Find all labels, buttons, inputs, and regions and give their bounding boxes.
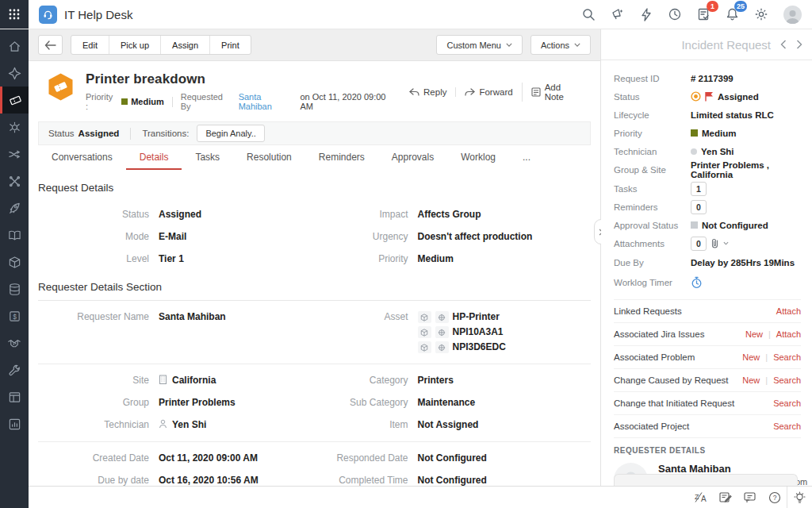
forward-label: Forward: [479, 87, 512, 97]
search-link[interactable]: Search: [773, 421, 801, 431]
settings-gear-icon[interactable]: [754, 7, 768, 21]
section-label: Linked Requests: [614, 306, 682, 316]
reply-button[interactable]: Reply: [400, 87, 455, 97]
back-arrow-icon: [44, 40, 56, 50]
feedback-icon[interactable]: [713, 487, 737, 508]
reminders-count[interactable]: 0: [691, 200, 707, 214]
tab-approvals[interactable]: Approvals: [378, 145, 447, 170]
linked-sections: Linked Requests Attach Associated Jira I…: [614, 299, 801, 437]
attachments-count[interactable]: 0: [691, 237, 707, 251]
new-link[interactable]: New: [745, 329, 763, 339]
divider: [172, 97, 173, 107]
sidebar-item-solutions[interactable]: [0, 221, 29, 248]
sidebar-item-changes[interactable]: [0, 140, 29, 167]
sidebar-item-purchase[interactable]: $: [0, 302, 29, 329]
wrench-icon: [8, 364, 21, 377]
actions-button[interactable]: Actions: [530, 35, 591, 55]
asset-cube-icon[interactable]: [418, 341, 431, 353]
suggestions-bulb-icon[interactable]: [787, 487, 812, 508]
asset-scan-icon[interactable]: [435, 311, 449, 323]
sidebar-item-cmdb[interactable]: [0, 275, 29, 302]
sidebar-item-home[interactable]: [0, 33, 29, 60]
note-icon: [531, 87, 541, 97]
sidebar-item-dashboard[interactable]: [0, 60, 29, 87]
asset-item: NPI3D6EDC: [418, 341, 506, 353]
helpdesk-logo-icon[interactable]: [39, 6, 57, 24]
asset-scan-icon[interactable]: [435, 326, 449, 338]
tab-details[interactable]: Details: [126, 145, 182, 170]
tasks-count[interactable]: 1: [691, 182, 707, 196]
next-request-button[interactable]: [796, 40, 802, 49]
chat-icon[interactable]: [737, 487, 762, 508]
app-launcher-button[interactable]: [0, 0, 29, 29]
asset-name: NPI10A3A1: [453, 326, 504, 338]
tasks-icon[interactable]: 1: [697, 7, 710, 21]
paperclip-icon[interactable]: [710, 238, 719, 248]
tab-tasks[interactable]: Tasks: [182, 145, 233, 170]
add-note-button[interactable]: Add Note: [522, 83, 591, 102]
status-strip: Status Assigned Transitions: Begin Analy…: [38, 121, 591, 145]
sidebar-item-admin[interactable]: [0, 356, 29, 383]
attach-link[interactable]: Attach: [776, 306, 801, 316]
chevron-down-icon: [574, 43, 580, 47]
tab-resolution[interactable]: Resolution: [233, 145, 305, 170]
prev-request-button[interactable]: [780, 40, 787, 49]
search-link[interactable]: Search: [773, 375, 801, 385]
print-button[interactable]: Print: [210, 36, 251, 54]
asset-list: HP-Printer NPI10A3A1 NPI3D6EDC: [418, 311, 506, 353]
announcement-icon[interactable]: [611, 7, 625, 21]
attach-link[interactable]: Attach: [776, 329, 801, 339]
custom-menu-button[interactable]: Custom Menu: [436, 35, 522, 55]
tab-reminders[interactable]: Reminders: [305, 145, 378, 170]
begin-analysis-button[interactable]: Begin Analy..: [197, 125, 264, 142]
technician-value: Yen Shi: [172, 419, 206, 431]
history-icon[interactable]: [668, 7, 682, 21]
field-label: Urgency: [315, 231, 408, 243]
sidebar-item-releases[interactable]: [0, 167, 29, 194]
sidebar-item-projects[interactable]: [0, 194, 29, 221]
priority-value: Medium: [702, 129, 736, 138]
sidebar-item-requests[interactable]: [0, 87, 29, 114]
requester-link[interactable]: Santa Mahiban: [239, 92, 297, 111]
sidebar-item-contracts[interactable]: [0, 329, 29, 356]
help-icon[interactable]: ?: [762, 487, 787, 508]
assign-button[interactable]: Assign: [161, 36, 210, 54]
new-link[interactable]: New: [742, 375, 760, 385]
reply-icon: [409, 88, 419, 97]
back-button[interactable]: [38, 35, 63, 55]
user-avatar[interactable]: [783, 6, 802, 24]
edit-button[interactable]: Edit: [71, 36, 109, 54]
forward-button[interactable]: Forward: [455, 87, 521, 97]
item-value: Not Assigned: [418, 419, 479, 431]
priority-color-square: [121, 98, 128, 105]
search-link[interactable]: Search: [773, 352, 801, 362]
tab-worklog[interactable]: Worklog: [447, 145, 509, 170]
stopwatch-icon[interactable]: [691, 276, 703, 289]
sidebar-item-custom-views[interactable]: [0, 383, 29, 410]
incident-summary-panel: Incident Request Request ID# 2117399 Sta…: [601, 29, 812, 486]
new-link[interactable]: New: [742, 352, 760, 362]
sidebar-item-problems[interactable]: [0, 114, 29, 140]
quick-actions-icon[interactable]: [640, 8, 653, 21]
flag-icon[interactable]: [705, 91, 714, 102]
notifications-bell-icon[interactable]: 25: [726, 7, 739, 21]
sidebar-item-reports[interactable]: [0, 410, 29, 437]
group-site-value: Printer Problems , California: [691, 160, 801, 179]
translate-icon[interactable]: ZA: [688, 487, 713, 508]
search-link[interactable]: Search: [773, 398, 801, 408]
tab-conversations[interactable]: Conversations: [38, 145, 126, 170]
field-label: Worklog Timer: [614, 278, 691, 287]
sidebar-item-assets[interactable]: [0, 248, 29, 275]
search-icon[interactable]: [581, 7, 596, 21]
asset-scan-icon[interactable]: [435, 341, 449, 353]
divider: |: [765, 352, 768, 362]
asset-cube-icon[interactable]: [418, 311, 431, 323]
status-radio-icon[interactable]: [691, 91, 701, 102]
asset-cube-icon[interactable]: [418, 326, 431, 338]
tab-more[interactable]: ...: [509, 145, 544, 170]
request-card: Printer breakdown Priority : Medium Requ…: [29, 60, 600, 486]
field-label: Tasks: [614, 184, 691, 194]
pickup-button[interactable]: Pick up: [109, 36, 161, 54]
request-id-value: # 2117399: [691, 74, 733, 83]
chevron-down-icon[interactable]: [723, 241, 729, 245]
